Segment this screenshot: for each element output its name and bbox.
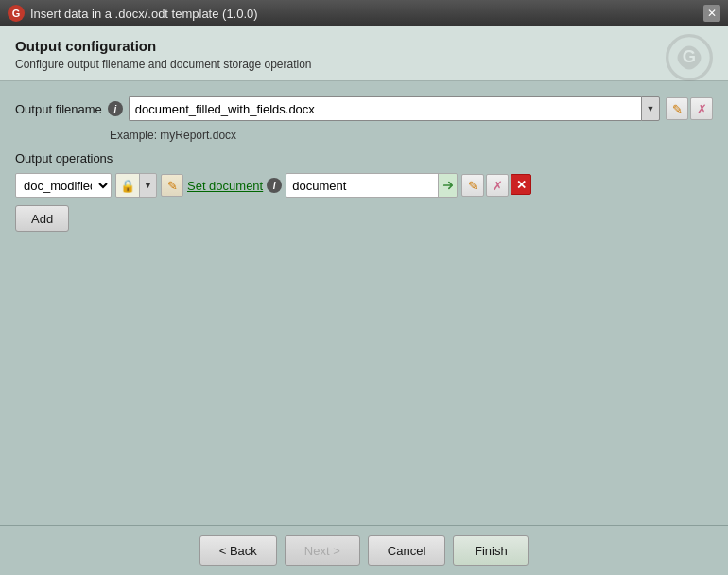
output-operations-label: Output operations [15, 151, 713, 166]
output-filename-input[interactable] [129, 96, 641, 121]
output-filename-row: Output filename i ▼ ✎ ✗ [15, 96, 713, 121]
set-document-info-icon[interactable]: i [267, 178, 282, 193]
titlebar: G Insert data in a .docx/.odt template (… [0, 0, 728, 26]
titlebar-left: G Insert data in a .docx/.odt template (… [8, 5, 258, 22]
svg-text:G: G [683, 46, 696, 66]
operation-action-icons: ✎ ✗ ✕ [461, 174, 531, 197]
document-value-combo [286, 173, 458, 198]
operation-edit-icon[interactable]: ✎ [161, 174, 183, 197]
filename-icon-group: ✎ ✗ [666, 97, 713, 120]
output-filename-label: Output filename [15, 102, 102, 116]
output-filename-info-icon[interactable]: i [108, 101, 123, 116]
operation-name-combo: doc_modified [15, 173, 112, 198]
filename-input-wrap: ▼ [129, 96, 660, 121]
lock-dropdown-arrow[interactable]: ▼ [139, 174, 156, 197]
cancel-button[interactable]: Cancel [368, 535, 445, 566]
header-section: Output configuration Configure output fi… [0, 26, 728, 81]
operation-delete-icon[interactable]: ✕ [511, 174, 531, 195]
finish-button[interactable]: Finish [453, 535, 529, 566]
back-button[interactable]: < Back [199, 535, 277, 566]
close-button[interactable]: ✕ [703, 5, 720, 22]
page-subtitle: Configure output filename and document s… [15, 58, 713, 71]
main-panel: Output configuration Configure output fi… [0, 26, 728, 575]
document-value-arrow[interactable] [438, 174, 457, 197]
example-text: Example: myReport.docx [110, 129, 713, 142]
filename-dropdown-arrow[interactable]: ▼ [641, 96, 660, 121]
operation-row: doc_modified 🔒 ▼ ✎ Set document i [15, 173, 713, 198]
page-title: Output configuration [15, 38, 713, 54]
header-logo-icon: G [666, 34, 713, 81]
filename-clear-icon[interactable]: ✗ [690, 97, 713, 120]
add-button[interactable]: Add [15, 205, 69, 232]
app-logo-icon: G [8, 5, 25, 22]
content-area: Output filename i ▼ ✎ ✗ Example: myRepor… [0, 81, 728, 525]
filename-edit-icon[interactable]: ✎ [666, 97, 688, 120]
next-button[interactable]: Next > [285, 535, 360, 566]
window-title: Insert data in a .docx/.odt template (1.… [30, 7, 258, 21]
set-document-link[interactable]: Set document [187, 179, 263, 193]
operation-clear-icon[interactable]: ✗ [486, 174, 509, 197]
button-bar: < Back Next > Cancel Finish [0, 525, 728, 575]
operation-name-select[interactable]: doc_modified [16, 173, 111, 198]
document-value-input[interactable] [286, 174, 438, 197]
operation-edit2-icon[interactable]: ✎ [461, 174, 484, 197]
lock-icon: 🔒 [116, 174, 139, 197]
operation-lock-combo: 🔒 ▼ [115, 173, 157, 198]
